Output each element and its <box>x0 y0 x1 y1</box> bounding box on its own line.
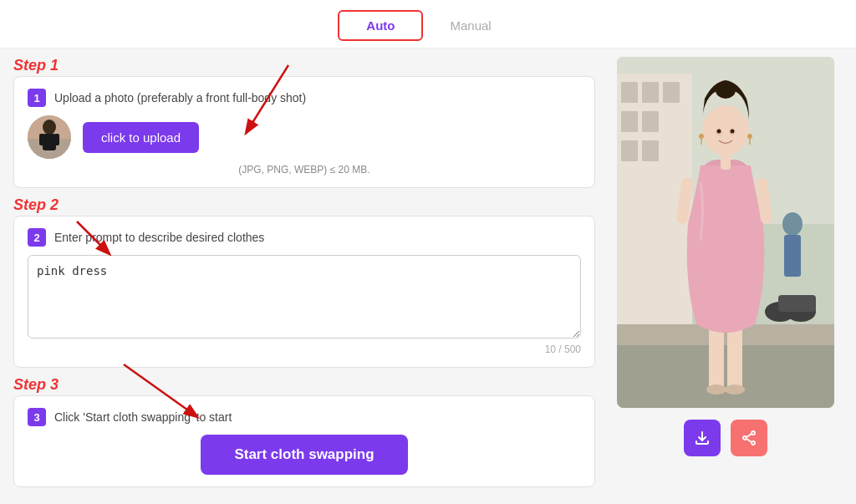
svg-line-44 <box>746 439 752 442</box>
svg-point-2 <box>43 120 56 135</box>
share-button[interactable] <box>731 420 767 456</box>
section1-title: Upload a photo (preferably a front full-… <box>54 91 306 104</box>
section2-title: Enter prompt to describe desired clothes <box>54 231 264 244</box>
section-start: 3 Click 'Start cloth swapping' to start … <box>13 395 595 487</box>
section1-header: 1 Upload a photo (preferably a front ful… <box>28 89 581 107</box>
left-panel: Step 1 1 Upload a photo (preferably a fr… <box>13 57 595 496</box>
svg-rect-19 <box>784 235 801 277</box>
section3-title: Click 'Start cloth swapping' to start <box>54 410 232 424</box>
action-buttons <box>684 420 767 456</box>
svg-point-18 <box>782 212 802 236</box>
svg-rect-5 <box>54 134 59 145</box>
svg-point-42 <box>743 436 746 440</box>
svg-rect-10 <box>642 82 659 103</box>
svg-point-25 <box>706 384 726 395</box>
section3-header: 3 Click 'Start cloth swapping' to start <box>28 408 581 426</box>
tab-auto[interactable]: Auto <box>338 10 423 41</box>
main-content: Step 1 1 Upload a photo (preferably a fr… <box>0 48 856 504</box>
section2-header: 2 Enter prompt to describe desired cloth… <box>28 228 581 247</box>
svg-rect-22 <box>778 295 816 312</box>
step3-label: Step 3 <box>13 376 595 394</box>
svg-point-35 <box>731 130 735 134</box>
upload-button[interactable]: click to upload <box>83 122 199 153</box>
svg-point-31 <box>716 82 736 99</box>
upload-area: click to upload <box>28 115 581 159</box>
step2-label: Step 2 <box>13 196 595 214</box>
result-image <box>617 57 834 408</box>
svg-point-41 <box>752 441 755 445</box>
svg-point-34 <box>717 130 721 134</box>
svg-rect-9 <box>621 82 638 103</box>
start-cloth-swapping-button[interactable]: Start cloth swapping <box>201 435 407 475</box>
step1-number: 1 <box>28 89 46 107</box>
step1-label: Step 1 <box>13 57 59 74</box>
download-button[interactable] <box>684 420 721 456</box>
svg-point-40 <box>752 431 755 435</box>
file-info: (JPG, PNG, WEBP) ≤ 20 MB. <box>28 164 581 176</box>
svg-line-43 <box>746 434 752 437</box>
prompt-input[interactable]: pink dress <box>28 255 581 339</box>
svg-rect-14 <box>621 140 638 161</box>
svg-point-26 <box>725 384 745 395</box>
svg-rect-11 <box>663 82 680 103</box>
step2-number: 2 <box>28 228 46 247</box>
svg-rect-15 <box>642 140 659 161</box>
svg-rect-13 <box>642 111 659 132</box>
step3-number: 3 <box>28 408 46 426</box>
svg-rect-3 <box>43 134 56 150</box>
char-count: 10 / 500 <box>28 344 581 355</box>
svg-point-30 <box>702 105 749 155</box>
svg-rect-12 <box>621 111 638 132</box>
svg-rect-16 <box>617 341 834 408</box>
avatar <box>28 115 71 159</box>
right-panel <box>609 57 843 496</box>
tab-manual[interactable]: Manual <box>423 12 517 39</box>
svg-rect-4 <box>39 134 44 145</box>
top-bar: Auto Manual <box>0 0 856 48</box>
section-upload: 1 Upload a photo (preferably a front ful… <box>13 76 595 188</box>
section-prompt: 2 Enter prompt to describe desired cloth… <box>13 216 595 368</box>
